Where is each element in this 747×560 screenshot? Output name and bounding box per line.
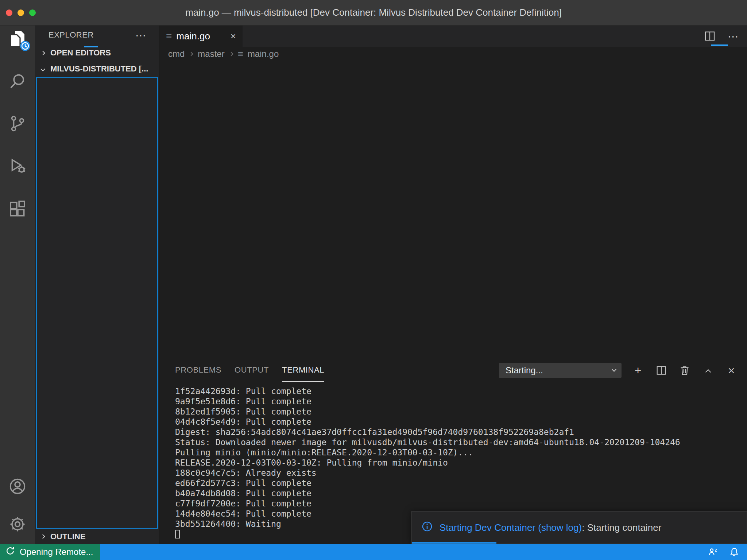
tab-main-go[interactable]: ≡ main.go ×	[159, 26, 243, 47]
window-title: main.go — milvus-distributed [Dev Contai…	[185, 7, 562, 18]
new-terminal-icon[interactable]: +	[631, 363, 645, 377]
source-control-branch-icon	[8, 114, 27, 133]
close-panel-icon[interactable]: ×	[724, 363, 738, 377]
tab-terminal[interactable]: TERMINAL	[282, 359, 324, 382]
panel-actions: Starting... +	[499, 363, 738, 378]
tab-close-icon[interactable]: ×	[231, 31, 236, 41]
traffic-lights	[6, 0, 36, 25]
clock-badge-icon	[20, 40, 31, 51]
chevron-down-icon	[40, 67, 45, 71]
split-terminal-icon[interactable]	[654, 363, 668, 377]
editor-actions: ⋯	[703, 26, 740, 47]
kill-terminal-trash-icon[interactable]	[678, 363, 692, 377]
run-debug-icon	[8, 157, 27, 175]
extensions-icon	[8, 200, 27, 218]
editor-content[interactable]	[159, 61, 747, 359]
activity-source-control-button[interactable]	[0, 112, 35, 135]
activity-explorer-button[interactable]	[0, 27, 35, 50]
vscode-window: main.go — milvus-distributed [Dev Contai…	[0, 0, 747, 560]
close-window-button[interactable]	[6, 9, 12, 16]
terminal-session-value: Starting...	[506, 365, 543, 376]
breadcrumb-item-cmd[interactable]: cmd	[168, 49, 185, 59]
chevron-right-icon	[40, 51, 45, 55]
remote-indicator[interactable]: Opening Remote...	[0, 544, 100, 560]
terminal-line: Digest: sha256:54adc8074c41ae37d0ffcc1fa…	[175, 427, 747, 437]
breadcrumb: cmd master ≡ main.go	[159, 47, 747, 61]
terminal-line: c77f9df7200e: Pull complete	[175, 498, 747, 509]
open-editors-label: OPEN EDITORS	[50, 48, 111, 58]
notification-progress-bar	[412, 542, 496, 544]
terminal-line: 8b12ed1f5905: Pull complete	[175, 407, 747, 417]
workspace-section-header[interactable]: MILVUS-DISTRIBUTED [...	[35, 61, 159, 77]
notification-toast: Starting Dev Container (show log): Start…	[411, 511, 747, 544]
tab-output[interactable]: OUTPUT	[235, 359, 269, 382]
terminal-line: Status: Downloaded newer image for milvu…	[175, 437, 747, 447]
split-editor-icon[interactable]	[703, 29, 717, 43]
notification-message: : Starting container	[582, 522, 661, 533]
account-icon	[8, 477, 27, 495]
terminal-session-select[interactable]: Starting...	[499, 363, 622, 378]
status-bar-right	[708, 547, 747, 557]
chevron-right-icon	[229, 52, 233, 56]
chevron-right-icon	[40, 534, 45, 539]
terminal-line: Pulling minio (minio/minio:RELEASE.2020-…	[175, 447, 747, 458]
sync-spinner-icon	[5, 546, 15, 558]
breadcrumb-item-master[interactable]: master	[198, 49, 224, 59]
chevron-right-icon	[189, 52, 193, 56]
activity-accounts-button[interactable]	[0, 475, 35, 498]
minimize-window-button[interactable]	[18, 9, 24, 16]
info-icon	[421, 521, 433, 535]
panel-header: PROBLEMS OUTPUT TERMINAL Starting... +	[159, 359, 747, 382]
status-bar: Opening Remote...	[0, 544, 747, 560]
notification-show-log-link[interactable]: Starting Dev Container (show log)	[440, 522, 582, 533]
explorer-sidebar: EXPLORER ⋯ OPEN EDITORS MILVUS-DISTRIBUT…	[35, 26, 159, 544]
terminal-line: ed66f2d577c3: Pull complete	[175, 478, 747, 488]
activity-run-debug-button[interactable]	[0, 155, 35, 178]
activity-extensions-button[interactable]	[0, 198, 35, 220]
file-tree-area[interactable]	[36, 77, 158, 529]
gear-icon	[8, 515, 27, 533]
chevron-up-icon	[705, 369, 711, 375]
open-editors-section-header[interactable]: OPEN EDITORS	[35, 46, 159, 60]
workspace-label: MILVUS-DISTRIBUTED [...	[50, 64, 148, 74]
outline-label: OUTLINE	[50, 532, 86, 541]
activity-settings-button[interactable]	[0, 513, 35, 536]
outline-section-header[interactable]: OUTLINE	[35, 529, 159, 544]
tab-problems[interactable]: PROBLEMS	[175, 359, 221, 382]
editor-tab-bar: ≡ main.go × ⋯	[159, 26, 747, 47]
terminal-cursor	[175, 530, 180, 538]
feedback-person-icon[interactable]	[708, 547, 719, 557]
remote-label: Opening Remote...	[20, 547, 93, 557]
terminal-line: 9a9f5e51e8d6: Pull complete	[175, 396, 747, 407]
tab-label: main.go	[176, 31, 210, 42]
terminal-line: 1f52a442693d: Pull complete	[175, 386, 747, 396]
terminal-line: RELEASE.2020-12-03T00-03-10Z: Pulling fr…	[175, 458, 747, 468]
notifications-bell-icon[interactable]	[729, 547, 740, 557]
explorer-more-actions-button[interactable]: ⋯	[133, 28, 148, 42]
terminal-line: 04d4c8f5e4d9: Pull complete	[175, 417, 747, 427]
breadcrumb-item-main-go[interactable]: main.go	[248, 49, 279, 59]
terminal-line: b40a74db8d08: Pull complete	[175, 488, 747, 498]
activity-bar	[0, 26, 35, 544]
search-icon	[8, 72, 27, 90]
terminal-line: 188c0c94c7c5: Already exists	[175, 468, 747, 478]
editor-actions-active-indicator	[711, 44, 728, 46]
go-file-icon: ≡	[238, 48, 243, 60]
zoom-window-button[interactable]	[29, 9, 36, 16]
editor-area: ≡ main.go × ⋯ cmd master ≡ main.g	[159, 26, 747, 544]
chevron-down-icon	[612, 367, 616, 372]
editor-more-actions-icon[interactable]: ⋯	[726, 29, 740, 43]
maximize-panel-icon[interactable]	[701, 363, 715, 377]
go-file-icon: ≡	[166, 30, 172, 42]
titlebar: main.go — milvus-distributed [Dev Contai…	[0, 0, 747, 26]
activity-search-button[interactable]	[0, 70, 35, 93]
